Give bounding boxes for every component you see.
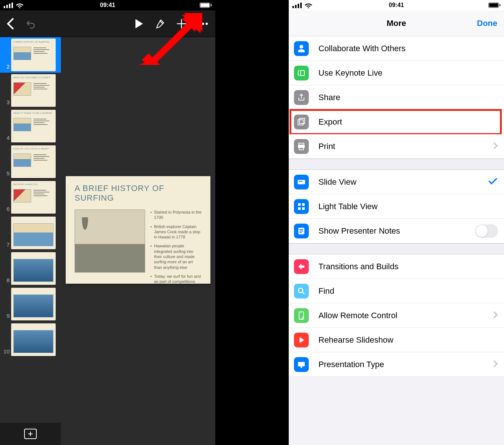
menu-item-live[interactable]: Use Keynote Live bbox=[289, 61, 504, 85]
menu-item-grid[interactable]: Light Table View bbox=[289, 194, 504, 219]
svg-point-21 bbox=[298, 288, 303, 293]
slide-title: A BRIEF HISTORY OF SURFING bbox=[75, 184, 202, 203]
more-menu-list: Collaborate With OthersUse Keynote LiveS… bbox=[289, 36, 504, 377]
svg-rect-15 bbox=[299, 181, 302, 182]
svg-rect-16 bbox=[298, 203, 301, 206]
slide-thumbnail[interactable]: 2A BRIEF HISTORY OF SURFING bbox=[0, 37, 61, 73]
thumb-number: 7 bbox=[3, 241, 10, 249]
thumb-number: 2 bbox=[3, 63, 10, 71]
menu-item-label: Use Keynote Live bbox=[318, 68, 504, 78]
menu-item-label: Find bbox=[318, 286, 504, 296]
section-separator bbox=[289, 159, 504, 170]
menu-item-slide[interactable]: Slide View bbox=[289, 170, 504, 194]
more-button[interactable] bbox=[197, 22, 209, 25]
checkmark-icon bbox=[488, 178, 497, 187]
chevron-right-icon bbox=[493, 360, 498, 369]
back-button[interactable] bbox=[7, 17, 14, 30]
chevron-right-icon bbox=[493, 311, 498, 320]
menu-item-label: Collaborate With Others bbox=[318, 44, 504, 53]
slide-canvas[interactable]: A BRIEF HISTORY OF SURFING Started in Po… bbox=[61, 37, 215, 423]
slide-thumbnail[interactable]: 7 bbox=[0, 215, 61, 251]
slide-thumbnail[interactable]: 6BETHANY HAMILTON bbox=[0, 179, 61, 215]
thumb-preview bbox=[11, 288, 56, 320]
menu-item-person[interactable]: Collaborate With Others bbox=[289, 36, 504, 61]
status-time: 09:41 bbox=[100, 2, 115, 9]
menu-item-label: Print bbox=[318, 142, 493, 151]
trans-icon bbox=[294, 259, 309, 274]
svg-rect-11 bbox=[299, 143, 304, 145]
svg-rect-19 bbox=[302, 207, 305, 210]
svg-point-0 bbox=[198, 22, 200, 24]
slide-thumbnail[interactable]: 4WHAT IT TAKES TO BE A SURFER bbox=[0, 108, 61, 144]
wifi-icon bbox=[305, 2, 312, 8]
menu-item-notes[interactable]: Show Presenter Notes bbox=[289, 219, 504, 243]
undo-button[interactable] bbox=[24, 19, 36, 29]
thumb-number: 8 bbox=[3, 277, 10, 285]
ptype-icon bbox=[294, 357, 309, 372]
menu-item-label: Share bbox=[318, 93, 504, 102]
slide-thumbnail[interactable]: 9 bbox=[0, 286, 61, 322]
slide-image bbox=[75, 210, 145, 273]
slide-thumbnail[interactable]: 3WHAT DO YOU NEED TO SURF? bbox=[0, 73, 61, 108]
svg-rect-24 bbox=[298, 362, 305, 366]
chevron-right-icon bbox=[493, 142, 498, 151]
battery-icon bbox=[200, 3, 212, 8]
thumb-number: 9 bbox=[3, 313, 10, 320]
thumb-preview: WHAT IT TAKES TO BE A SURFER bbox=[11, 110, 56, 142]
share-icon bbox=[294, 90, 309, 105]
toggle-switch[interactable] bbox=[475, 224, 498, 238]
thumb-number: 4 bbox=[3, 135, 10, 142]
menu-item-label: Allow Remote Control bbox=[318, 311, 493, 320]
keynote-editor-screen: 09:41 bbox=[0, 0, 215, 445]
thumb-number: 5 bbox=[3, 170, 10, 178]
slide-thumbnails[interactable]: 2A BRIEF HISTORY OF SURFING3WHAT DO YOU … bbox=[0, 37, 61, 423]
live-icon bbox=[294, 66, 309, 80]
svg-point-1 bbox=[202, 22, 204, 24]
section-separator bbox=[289, 243, 504, 254]
svg-rect-18 bbox=[298, 207, 301, 210]
notes-icon bbox=[294, 224, 309, 238]
print-icon bbox=[294, 139, 309, 154]
slide-bullet: Today, we surf for fun and as part of co… bbox=[150, 274, 202, 284]
menu-item-remote[interactable]: Allow Remote Control bbox=[289, 303, 504, 328]
menu-item-label: Slide View bbox=[318, 177, 488, 187]
thumb-preview: WHAT DO YOU NEED TO SURF? bbox=[11, 74, 56, 107]
svg-rect-17 bbox=[302, 203, 305, 206]
add-button[interactable] bbox=[176, 18, 187, 29]
menu-item-label: Show Presenter Notes bbox=[318, 226, 475, 236]
thumb-preview: A BRIEF HISTORY OF SURFING bbox=[11, 39, 56, 71]
thumb-number: 6 bbox=[3, 206, 10, 214]
thumb-number: 3 bbox=[3, 99, 10, 107]
menu-item-ptype[interactable]: Presentation Type bbox=[289, 352, 504, 377]
format-brush-button[interactable] bbox=[154, 18, 166, 29]
menu-item-find[interactable]: Find bbox=[289, 279, 504, 303]
svg-rect-25 bbox=[301, 366, 302, 368]
person-icon bbox=[294, 41, 309, 56]
remote-icon bbox=[294, 308, 309, 323]
menu-item-share[interactable]: Share bbox=[289, 85, 504, 110]
menu-item-label: Presentation Type bbox=[318, 360, 493, 369]
slide-thumbnail[interactable]: 8 bbox=[0, 251, 61, 286]
menu-item-label: Export bbox=[318, 117, 504, 127]
svg-rect-8 bbox=[301, 70, 304, 76]
menu-item-trans[interactable]: Transitions and Builds bbox=[289, 254, 504, 279]
done-button[interactable]: Done bbox=[477, 19, 497, 28]
thumb-preview bbox=[11, 323, 56, 356]
cellular-icon bbox=[4, 3, 13, 8]
export-icon bbox=[294, 115, 309, 129]
thumb-preview bbox=[11, 252, 56, 285]
slide-bullet: Hawaiian people integrated surfing into … bbox=[150, 243, 202, 270]
slide-thumbnail[interactable]: 5HOW DO YOU CATCH A WAVE? bbox=[0, 144, 61, 179]
menu-item-export[interactable]: Export bbox=[289, 110, 504, 134]
menu-item-play[interactable]: Rehearse Slideshow bbox=[289, 328, 504, 352]
play-button[interactable] bbox=[134, 18, 144, 29]
add-slide-button[interactable] bbox=[24, 429, 37, 439]
slide-bullet: Started in Polynesia in the 1700 bbox=[150, 210, 202, 220]
thumb-preview: BETHANY HAMILTON bbox=[11, 181, 56, 214]
battery-icon bbox=[488, 3, 500, 8]
slide-thumbnail[interactable]: 10 bbox=[0, 322, 61, 357]
cellular-icon bbox=[292, 3, 302, 8]
nav-bar: More Done bbox=[289, 10, 504, 36]
menu-item-print[interactable]: Print bbox=[289, 134, 504, 159]
menu-item-label: Light Table View bbox=[318, 202, 504, 211]
